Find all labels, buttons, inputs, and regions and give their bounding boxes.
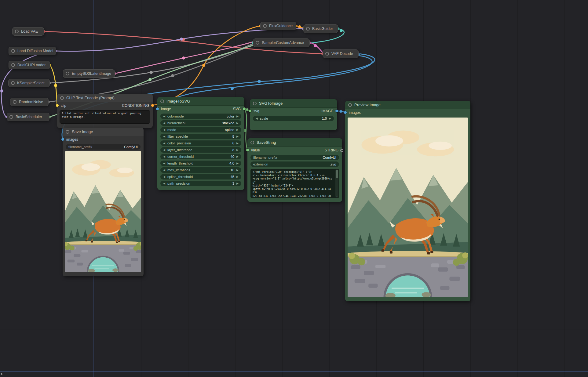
node-imagetosvg[interactable]: ImageToSVG image SVG ◀ colormode color ▶… [157,97,244,190]
link-midpoint-dot[interactable] [340,29,343,32]
collapse-dot-icon[interactable] [15,30,19,33]
widget-extension[interactable]: extension .svg [250,161,339,167]
node-randomnoise[interactable]: RandomNoise [10,98,49,106]
collapse-dot-icon[interactable] [263,24,267,28]
node-header[interactable]: CLIP Text Encode (Prompt) [57,94,153,102]
decrement-icon[interactable]: ◀ [163,162,165,165]
collapse-dot-icon[interactable] [160,100,164,103]
wire-conditioning[interactable] [153,26,260,105]
node-vae-decode[interactable]: VAE Decode [323,49,359,58]
wire-samples[interactable] [310,43,323,53]
link-midpoint-dot[interactable] [150,71,153,74]
scroll-down-icon[interactable]: ⌄ [335,195,338,197]
wire-latent[interactable] [115,42,253,74]
decrement-icon[interactable]: ◀ [163,142,165,145]
node-basicscheduler[interactable]: BasicScheduler [7,113,49,121]
widget-scale[interactable]: ◀ scale 1.0 ▶ [253,116,334,121]
collapse-dot-icon[interactable] [60,96,64,100]
node-graph-canvas[interactable]: { "misc": {"stray": "s"}, "icons": { "ar… [0,0,588,377]
increment-icon[interactable]: ▶ [236,115,239,118]
node-header[interactable]: SVGToImage [250,99,337,108]
collapse-dot-icon[interactable] [325,52,329,56]
widget-filter-speckle[interactable]: ◀ filter_speckle 8 ▶ [160,134,241,139]
link-midpoint-dot[interactable] [231,87,234,90]
increment-icon[interactable]: ▶ [236,129,239,131]
node-svgtoimage[interactable]: SVGToImage svg IMAGE ◀ scale 1.0 ▶ [250,99,337,130]
collapse-dot-icon[interactable] [11,49,15,53]
node-header[interactable]: Preview Image [345,101,470,109]
decrement-icon[interactable]: ◀ [163,115,165,118]
node-ksamplerselect[interactable]: KSamplerSelect [8,79,50,87]
widget-corner-threshold[interactable]: ◀ corner_threshold 40 ▶ [160,154,241,159]
node-header[interactable]: ImageToSVG [157,97,244,106]
decrement-icon[interactable]: ◀ [163,155,165,158]
collapse-dot-icon[interactable] [306,27,310,31]
link-midpoint-dot[interactable] [340,110,342,113]
link-midpoint-dot[interactable] [246,108,248,111]
widget-color-precision[interactable]: ◀ color_precision 6 ▶ [160,140,241,146]
widget-colormode[interactable]: ◀ colormode color ▶ [160,114,241,119]
decrement-icon[interactable]: ◀ [163,122,165,125]
widget-path-precision[interactable]: ◀ path_precision 3 ▶ [160,181,241,186]
increment-icon[interactable]: ▶ [236,149,239,151]
collapse-dot-icon[interactable] [253,102,257,105]
input-slot-svg[interactable] [249,110,251,112]
widget-filename-prefix[interactable]: filename_prefix ComfyUI [250,155,339,160]
decrement-icon[interactable]: ◀ [256,117,258,120]
link-midpoint-dot[interactable] [180,38,183,41]
node-save-image[interactable]: Save Image images filename_prefix ComfyU… [63,128,144,276]
output-slot-conditioning[interactable] [151,104,154,107]
collapse-dot-icon[interactable] [13,100,16,104]
node-header[interactable]: SaveString [247,138,342,147]
input-slot-images[interactable] [344,111,347,114]
widget-max-iterations[interactable]: ◀ max_iterations 10 ▶ [160,167,241,173]
node-fluxguidance[interactable]: FluxGuidance [260,22,296,30]
decrement-icon[interactable]: ◀ [163,176,165,178]
collapse-dot-icon[interactable] [256,41,259,45]
wire-conditioning-guider[interactable] [296,26,303,28]
node-load-diffusion-model[interactable]: Load Diffusion Model [9,47,56,55]
link-midpoint-dot[interactable] [258,80,261,83]
link-midpoint-dot[interactable] [202,64,205,67]
widget-hierarchical[interactable]: ◀ hierarchical stacked ▶ [160,120,241,126]
node-basicguider[interactable]: BasicGuider [303,24,338,33]
widget-layer-difference[interactable]: ◀ layer_difference 8 ▶ [160,147,241,153]
collapse-dot-icon[interactable] [11,63,15,67]
output-slot-svg[interactable] [243,107,246,110]
decrement-icon[interactable]: ◀ [163,135,165,138]
svg-source-text[interactable]: <?xml version="1.0" encoding="UTF-8"?> <… [250,169,339,198]
increment-icon[interactable]: ▶ [329,117,331,120]
increment-icon[interactable]: ▶ [236,176,239,178]
collapse-dot-icon[interactable] [250,141,254,144]
widget-filename-prefix[interactable]: filename_prefix ComfyUI [66,144,141,150]
scrollbar[interactable]: ⌄ [335,169,338,198]
input-slot-images[interactable] [61,138,64,141]
collapse-dot-icon[interactable] [66,72,69,75]
decrement-icon[interactable]: ◀ [163,129,165,131]
widget-length-threshold[interactable]: ◀ length_threshold 4.0 ▶ [160,161,241,166]
wire-svg-to-savestring[interactable] [244,109,247,150]
prompt-textarea[interactable]: A flat vector art illustration of a goat… [60,110,150,124]
node-dualcliploader[interactable]: DualCLIPLoader [9,61,50,69]
input-slot-image[interactable] [156,107,159,110]
widget-mode[interactable]: ◀ mode spline ▶ [160,127,241,132]
increment-icon[interactable]: ▶ [236,182,239,185]
node-preview-image[interactable]: Preview Image images [345,101,470,301]
link-midpoint-dot[interactable] [314,44,317,47]
increment-icon[interactable]: ▶ [236,142,239,145]
node-header[interactable]: Save Image [63,128,144,136]
output-slot-image[interactable] [335,110,338,112]
collapse-dot-icon[interactable] [9,115,13,119]
increment-icon[interactable]: ▶ [236,162,239,165]
link-midpoint-dot[interactable] [182,56,185,60]
increment-icon[interactable]: ▶ [236,155,239,158]
widget-splice-threshold[interactable]: ◀ splice_threshold 45 ▶ [160,174,241,179]
node-clip-text-encode[interactable]: CLIP Text Encode (Prompt) clip CONDITION… [57,94,153,128]
input-slot-clip[interactable] [56,104,59,107]
decrement-icon[interactable]: ◀ [163,149,165,151]
decrement-icon[interactable]: ◀ [163,169,165,172]
node-savestring[interactable]: SaveString value STRING filename_prefix … [247,138,342,202]
link-midpoint-dot[interactable] [0,89,3,92]
output-slot-string[interactable] [340,149,343,152]
link-midpoint-dot[interactable] [148,78,152,81]
